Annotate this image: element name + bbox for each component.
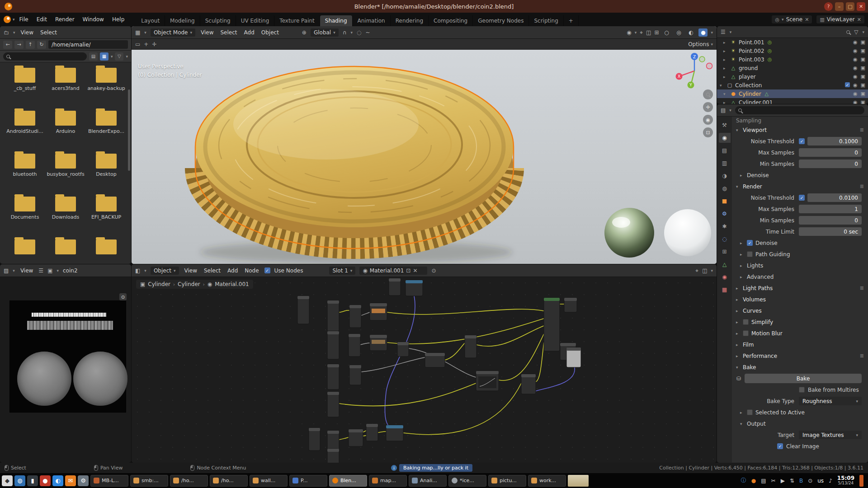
noise-threshold-checkbox[interactable] <box>799 138 805 144</box>
outliner-row-point001[interactable]: ▸☀ Point.001 ◎ ◉▣ <box>717 38 868 47</box>
vp-menu-object[interactable]: Object <box>260 28 280 37</box>
toggle-ortho-icon[interactable]: ⊡ <box>703 127 713 137</box>
properties-editor-icon[interactable]: ▤ <box>721 107 726 113</box>
texture-canvas[interactable] <box>9 300 126 413</box>
show-desktop-button[interactable] <box>859 475 863 487</box>
taskbar-window-wall[interactable]: wall... <box>250 475 288 487</box>
refresh-button[interactable]: ↻ <box>37 41 46 49</box>
selected-to-active-checkbox[interactable] <box>747 409 753 415</box>
hide-viewport-icon[interactable]: ◉ <box>853 91 858 97</box>
properties-tab-output[interactable]: ▤ <box>719 145 731 155</box>
sh-menu-node[interactable]: Node <box>243 267 260 275</box>
tool-select-icon[interactable]: ▭ <box>135 41 140 47</box>
section-lights[interactable]: ▸Lights <box>732 260 868 271</box>
tray-bluetooth-icon[interactable]: B <box>799 478 803 484</box>
hide-viewport-icon[interactable]: ◉ <box>853 82 858 88</box>
scene-selector[interactable]: ◎ ▾ Scene ✕ <box>772 15 812 23</box>
outliner-row-ground[interactable]: ▸△ ground ◉▣ <box>717 64 868 72</box>
tab-compositing[interactable]: Compositing <box>429 15 473 26</box>
properties-tab-particles[interactable]: ✱ <box>719 221 731 231</box>
tab-layout[interactable]: Layout <box>136 15 165 26</box>
folder-item[interactable]: BlenderExpo... <box>86 111 127 144</box>
section-sampling-partial[interactable]: Sampling <box>732 117 868 124</box>
image-name[interactable]: coin2 <box>63 267 78 274</box>
outliner-row-player[interactable]: ▸△ player ◉▣ <box>717 72 868 81</box>
material-selector[interactable]: ◉ Material.001 ⊡ ✕ <box>359 267 427 275</box>
tab-shading[interactable]: Shading <box>320 15 353 26</box>
disable-render-icon[interactable]: ▣ <box>861 56 865 62</box>
outliner-row-collection[interactable]: ▾▢ Collection ◉▣ <box>717 81 868 89</box>
snap-magnet-icon[interactable]: ∩ <box>343 29 347 36</box>
scrollbar[interactable] <box>128 89 130 171</box>
path-field[interactable]: /home/amalie/ <box>48 40 128 49</box>
tab-geometry-nodes[interactable]: Geometry Nodes <box>473 15 529 26</box>
bake-multires-checkbox[interactable] <box>799 387 805 393</box>
tab-uv-editing[interactable]: UV Editing <box>236 15 275 26</box>
simplify-checkbox[interactable] <box>743 319 749 325</box>
mode-dropdown[interactable]: Object Mode▾ <box>151 28 195 37</box>
properties-tab-object-data[interactable]: △ <box>719 259 731 269</box>
hide-viewport-icon[interactable]: ◉ <box>853 48 858 54</box>
section-simplify[interactable]: ▸ Simplify <box>732 316 868 328</box>
overlays-toggle-icon[interactable]: ◫ <box>646 29 651 36</box>
bake-button[interactable]: Bake <box>745 374 862 383</box>
menu-window[interactable]: Window <box>79 15 108 24</box>
section-menu-icon[interactable]: ≣ <box>860 353 864 359</box>
vp-menu-view[interactable]: View <box>199 28 215 37</box>
properties-tab-world[interactable]: ◍ <box>719 183 731 193</box>
clear-image-checkbox[interactable] <box>777 443 783 449</box>
breadcrumb-item[interactable]: Material.001 <box>215 281 249 287</box>
tab-rendering[interactable]: Rendering <box>391 15 429 26</box>
options-label[interactable]: Options <box>688 41 709 47</box>
file-search-input[interactable] <box>3 52 87 61</box>
selectability-icon[interactable]: ◉ <box>627 29 631 36</box>
gizmos-toggle-icon[interactable]: ⌖ <box>640 29 643 36</box>
blender-logo-icon[interactable] <box>4 16 11 23</box>
tray-clipboard-icon[interactable]: ▤ <box>761 478 766 484</box>
tab-animation[interactable]: Animation <box>353 15 391 26</box>
launcher-terminal-icon[interactable]: ▮ <box>27 475 38 486</box>
image-editor-icon[interactable]: ▨ <box>4 267 9 274</box>
section-menu-icon[interactable]: ≣ <box>860 285 864 291</box>
tray-info-icon[interactable]: ⓘ <box>741 477 746 484</box>
disable-render-icon[interactable]: ▣ <box>861 65 865 71</box>
properties-tab-texture[interactable]: ▦ <box>719 285 731 295</box>
hide-viewport-icon[interactable]: ◉ <box>853 39 858 45</box>
filter-funnel-icon[interactable]: ▽ <box>854 29 858 35</box>
hide-viewport-icon[interactable]: ◉ <box>853 99 858 104</box>
window-help-button[interactable]: ? <box>824 2 833 11</box>
scene-unlink-icon[interactable]: ✕ <box>805 17 809 23</box>
launcher-files-icon[interactable]: ◐ <box>52 475 63 486</box>
sh-menu-select[interactable]: Select <box>203 267 222 275</box>
app-menu-icon[interactable]: ◆ <box>2 475 13 486</box>
taskbar-window-blender[interactable]: Blen... <box>329 475 367 487</box>
bake-progress[interactable]: i Baking map...lly or pack it <box>391 464 472 472</box>
time-limit-value[interactable]: 0 sec <box>799 227 862 236</box>
maximize-button[interactable]: ▢ <box>846 2 854 11</box>
window-thumbnail[interactable] <box>568 475 589 487</box>
fb-menu-view[interactable]: View <box>19 28 35 37</box>
taskbar-window-mb[interactable]: MB-L... <box>90 475 128 487</box>
use-nodes-checkbox[interactable] <box>264 267 270 273</box>
section-film[interactable]: ▸Film <box>732 339 868 350</box>
gizmo-y-neg[interactable] <box>699 56 705 62</box>
minimize-button[interactable]: – <box>835 2 844 11</box>
disable-render-icon[interactable]: ▣ <box>861 99 865 104</box>
folder-item[interactable]: AndroidStudi... <box>5 111 45 144</box>
zoom-tool-icon[interactable] <box>703 89 713 99</box>
shading-solid-button[interactable]: ◎ <box>674 28 683 37</box>
xray-toggle-icon[interactable]: ⊞ <box>654 29 659 36</box>
shading-wireframe-button[interactable]: ○ <box>662 28 671 37</box>
max-samples-value[interactable]: 0 <box>799 148 862 157</box>
outliner-row-cylinder001[interactable]: ▸△ Cylinder.001 ◉▣ <box>717 98 868 104</box>
section-output[interactable]: ▾Output <box>732 418 868 429</box>
sh-menu-add[interactable]: Add <box>226 267 239 275</box>
properties-tab-material[interactable]: ◉ <box>719 272 731 282</box>
folder-item[interactable]: bluetooth <box>5 154 45 187</box>
properties-tab-tool[interactable]: ⚒ <box>719 120 731 130</box>
display-list-button[interactable]: ▤ <box>89 52 98 61</box>
outliner-row-cylinder[interactable]: ▾● Cylinder △ ◉▣ <box>717 89 868 98</box>
tool-move-icon[interactable]: ✛ <box>152 41 156 47</box>
tray-usb-icon[interactable]: ⊙ <box>808 478 812 484</box>
taskbar-window-smb[interactable]: smb:... <box>130 475 168 487</box>
